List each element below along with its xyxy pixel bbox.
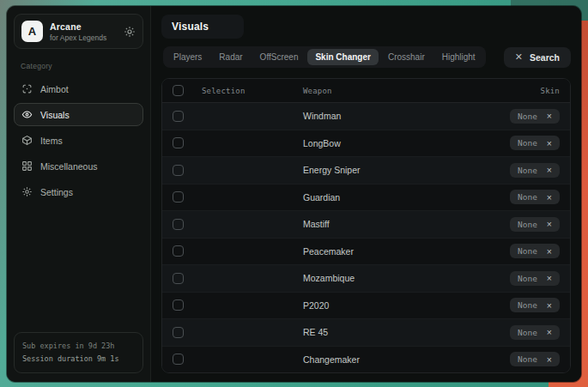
- weapon-name: Energy Sniper: [303, 165, 361, 175]
- tab-highlight[interactable]: Highlight: [434, 49, 483, 65]
- sidebar-spacer: [14, 203, 143, 332]
- sidebar-item-visuals[interactable]: Visuals: [14, 103, 143, 126]
- skin-selector[interactable]: None ×: [510, 271, 560, 286]
- table-row: LongBow None ×: [162, 130, 570, 157]
- weapon-name: Changemaker: [303, 354, 360, 365]
- controls-row: Players Radar OffScreen Skin Changer Cro…: [163, 46, 571, 68]
- weapon-name: Guardian: [303, 192, 340, 203]
- tab-radar[interactable]: Radar: [211, 49, 250, 65]
- table-row: Peacemaker None ×: [162, 238, 570, 265]
- table-header-row: Selection Weapon Skin: [162, 79, 570, 103]
- row-checkbox[interactable]: [173, 299, 184, 311]
- skin-selector[interactable]: None ×: [510, 190, 560, 204]
- search-button[interactable]: ✕ Search: [504, 47, 571, 68]
- clear-skin-icon[interactable]: ×: [547, 355, 552, 365]
- sidebar-item-miscellaneous[interactable]: Miscellaneous: [14, 154, 143, 178]
- skin-value: None: [518, 246, 537, 256]
- tab-offscreen[interactable]: OffScreen: [252, 49, 306, 65]
- clear-skin-icon[interactable]: ×: [547, 274, 552, 283]
- main-panel: Visuals Players Radar OffScreen Skin Cha…: [151, 6, 581, 382]
- weapon-name: Windman: [303, 111, 341, 121]
- tab-bar: Players Radar OffScreen Skin Changer Cro…: [163, 46, 486, 68]
- tab-players[interactable]: Players: [166, 49, 209, 65]
- skin-value: None: [518, 192, 537, 202]
- clear-skin-icon[interactable]: ×: [547, 139, 552, 148]
- viewfinder-icon: [21, 83, 33, 94]
- skin-selector[interactable]: None ×: [510, 163, 560, 178]
- row-checkbox[interactable]: [173, 191, 184, 203]
- row-checkbox[interactable]: [173, 137, 184, 148]
- column-header-selection: Selection: [202, 87, 303, 95]
- weapon-name: P2020: [303, 300, 329, 311]
- category-label: Category: [21, 62, 143, 70]
- skin-value: None: [518, 328, 537, 337]
- sidebar-item-label: Settings: [40, 187, 73, 197]
- app-names: Arcane for Apex Legends: [50, 21, 117, 42]
- clear-skin-icon[interactable]: ×: [547, 220, 552, 229]
- app-title: Arcane: [50, 21, 117, 32]
- skins-table: Selection Weapon Skin Windman None × Lon…: [161, 78, 571, 373]
- row-checkbox[interactable]: [173, 165, 184, 176]
- row-checkbox[interactable]: [173, 273, 184, 284]
- sidebar: A Arcane for Apex Legends Category Aimbo…: [7, 6, 151, 382]
- skin-selector[interactable]: None ×: [510, 325, 560, 340]
- skin-value: None: [518, 274, 537, 283]
- table-row: Energy Sniper None ×: [162, 156, 570, 184]
- sub-expires-text: Sub expires in 9d 23h: [22, 340, 135, 353]
- app-window: A Arcane for Apex Legends Category Aimbo…: [7, 6, 581, 382]
- eye-icon: [21, 109, 33, 120]
- select-all-checkbox[interactable]: [173, 85, 184, 96]
- weapon-name: Mastiff: [303, 219, 330, 229]
- tab-crosshair[interactable]: Crosshair: [380, 49, 433, 65]
- sidebar-item-items[interactable]: Items: [14, 129, 143, 152]
- clear-skin-icon[interactable]: ×: [547, 301, 552, 311]
- row-checkbox[interactable]: [173, 327, 184, 338]
- table-row: Guardian None ×: [162, 184, 570, 211]
- skin-selector[interactable]: None ×: [510, 298, 560, 312]
- app-subtitle: for Apex Legends: [50, 33, 117, 42]
- app-logo: A: [21, 21, 43, 42]
- row-checkbox[interactable]: [173, 245, 184, 257]
- row-checkbox[interactable]: [173, 219, 184, 230]
- clear-skin-icon[interactable]: ×: [547, 328, 552, 337]
- sidebar-item-aimbot[interactable]: Aimbot: [14, 77, 143, 100]
- table-row: Mastiff None ×: [162, 210, 570, 238]
- table-row: RE 45 None ×: [162, 318, 570, 346]
- app-header-card: A Arcane for Apex Legends: [14, 14, 143, 49]
- skin-selector[interactable]: None ×: [510, 136, 560, 150]
- sidebar-nav: Aimbot Visuals Items Miscellaneous Setti…: [14, 77, 143, 203]
- clear-skin-icon[interactable]: ×: [547, 193, 552, 203]
- skin-value: None: [518, 112, 537, 121]
- sidebar-item-settings[interactable]: Settings: [14, 180, 143, 203]
- clear-skin-icon[interactable]: ×: [547, 112, 552, 121]
- sidebar-item-label: Items: [40, 136, 63, 146]
- skin-value: None: [518, 300, 537, 310]
- skin-selector[interactable]: None ×: [510, 109, 560, 124]
- search-button-label: Search: [530, 52, 560, 63]
- gear-icon: [21, 186, 33, 197]
- clear-skin-icon[interactable]: ×: [547, 247, 552, 257]
- gear-icon[interactable]: [124, 26, 136, 38]
- row-checkbox[interactable]: [173, 354, 184, 365]
- table-body: Windman None × LongBow None × Energy Sni…: [162, 103, 570, 372]
- subscription-card: Sub expires in 9d 23h Session duration 9…: [14, 332, 143, 373]
- skin-value: None: [518, 166, 537, 175]
- row-checkbox[interactable]: [173, 111, 184, 122]
- skin-selector[interactable]: None ×: [510, 244, 560, 258]
- box-icon: [21, 135, 33, 146]
- skin-value: None: [518, 220, 537, 229]
- clear-skin-icon[interactable]: ×: [547, 166, 552, 175]
- table-row: Mozambique None ×: [162, 264, 570, 292]
- skin-selector[interactable]: None ×: [510, 217, 560, 232]
- table-row: P2020 None ×: [162, 292, 570, 319]
- sidebar-item-label: Aimbot: [40, 84, 69, 94]
- table-row: Changemaker None ×: [162, 346, 570, 373]
- skin-value: None: [518, 354, 537, 364]
- sidebar-item-label: Miscellaneous: [40, 161, 98, 172]
- skin-value: None: [518, 138, 537, 148]
- column-header-skin: Skin: [541, 87, 560, 95]
- close-icon: ✕: [515, 52, 523, 62]
- tab-skin-changer[interactable]: Skin Changer: [307, 49, 378, 65]
- weapon-name: Peacemaker: [303, 246, 354, 257]
- skin-selector[interactable]: None ×: [510, 352, 560, 366]
